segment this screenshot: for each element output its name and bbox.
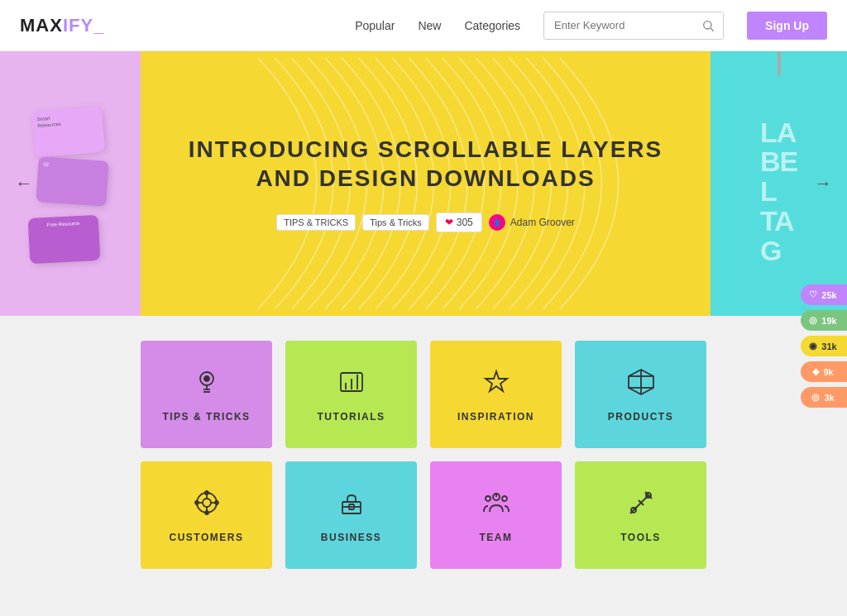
- main-nav: Popular New Categories Sign Up: [355, 12, 827, 40]
- heart-icon: ❤: [445, 217, 453, 228]
- team-label: TEAM: [480, 532, 513, 543]
- svg-point-30: [486, 496, 490, 501]
- svg-point-0: [704, 21, 711, 28]
- categories-section: TIPS & TRICKS TUTORIALS INSPIRATION: [0, 316, 847, 594]
- categories-grid: TIPS & TRICKS TUTORIALS INSPIRATION: [141, 341, 706, 569]
- hero-slide-left: SmartResources 02 Free Resource ←: [0, 51, 141, 316]
- hero-tags: TIPS & TRICKS Tips & Tricks ❤ 305 👤 Adam…: [189, 212, 663, 232]
- business-label: BUSINESS: [321, 532, 381, 543]
- customers-icon: [191, 487, 223, 523]
- bookmark-stat-icon: ◎: [811, 392, 820, 403]
- category-inspiration[interactable]: INSPIRATION: [430, 341, 562, 448]
- stat-share[interactable]: ◉ 31k: [801, 336, 847, 356]
- comment-stat-count: 9k: [823, 367, 833, 377]
- tag-products[interactable]: TIPS & TRICKS: [276, 214, 356, 231]
- inspiration-icon: [481, 366, 512, 403]
- category-tips-tricks[interactable]: TIPS & TRICKS: [141, 341, 272, 448]
- team-icon: [481, 487, 512, 523]
- business-icon: [336, 487, 367, 523]
- nav-new[interactable]: New: [418, 19, 441, 32]
- category-customers[interactable]: CUSTOMERS: [141, 461, 272, 569]
- stat-bookmark[interactable]: ◎ 3k: [801, 387, 847, 408]
- nav-popular[interactable]: Popular: [355, 19, 395, 32]
- category-tutorials[interactable]: TUTORIALS: [285, 341, 417, 448]
- stat-comment[interactable]: ◈ 9k: [801, 361, 847, 382]
- tutorials-label: TUTORIALS: [318, 411, 385, 423]
- products-label: PRODUCTS: [608, 411, 673, 423]
- bookmark-stat-count: 3k: [824, 393, 834, 403]
- category-business[interactable]: BUSINESS: [285, 461, 417, 569]
- comment-stat-icon: ◈: [812, 366, 819, 377]
- hero-center: INTRODUCING SCROLLABLE LAYERS AND DESIGN…: [141, 51, 711, 316]
- tips-tricks-label: TIPS & TRICKS: [162, 411, 250, 423]
- products-icon: [625, 366, 657, 403]
- hero-slide-right: LABELTAG →: [711, 51, 847, 316]
- svg-point-17: [203, 499, 211, 507]
- svg-point-31: [502, 496, 507, 501]
- signup-button[interactable]: Sign Up: [747, 12, 827, 40]
- tutorials-icon: [336, 366, 367, 403]
- author-avatar: 👤: [489, 214, 505, 231]
- hero-slider: SmartResources 02 Free Resource ←: [0, 51, 847, 316]
- header: MAXIFY_ Popular New Categories Sign Up: [0, 0, 847, 51]
- sidebar-stats: ♡ 25k ◎ 19k ◉ 31k ◈ 9k ◎ 3k: [801, 284, 847, 410]
- tag-tips[interactable]: Tips & Tricks: [362, 214, 429, 231]
- author-info: 👤 Adam Groover: [489, 214, 575, 231]
- tag-likes: ❤ 305: [436, 212, 482, 232]
- inspiration-label: INSPIRATION: [457, 411, 534, 423]
- svg-rect-26: [342, 502, 361, 513]
- tools-label: TOOLS: [620, 532, 661, 543]
- eye-stat-icon: ◎: [809, 315, 817, 326]
- category-products[interactable]: PRODUCTS: [575, 341, 706, 448]
- customers-label: CUSTOMERS: [170, 532, 244, 543]
- svg-marker-11: [486, 371, 507, 391]
- tools-icon: [625, 487, 657, 523]
- search-bar: [543, 12, 724, 40]
- prev-arrow[interactable]: ←: [15, 173, 33, 194]
- svg-point-6: [204, 376, 209, 381]
- share-stat-count: 31k: [821, 341, 836, 351]
- svg-line-1: [711, 28, 714, 31]
- hero-title: INTRODUCING SCROLLABLE LAYERS AND DESIGN…: [189, 135, 663, 193]
- stat-heart[interactable]: ♡ 25k: [801, 284, 847, 305]
- nav-categories[interactable]: Categories: [464, 19, 520, 32]
- stat-eye[interactable]: ◎ 19k: [801, 310, 847, 331]
- share-stat-icon: ◉: [809, 341, 817, 351]
- search-input[interactable]: [544, 19, 693, 31]
- search-icon: [701, 19, 715, 32]
- next-arrow[interactable]: →: [814, 173, 832, 194]
- heart-stat-count: 25k: [821, 290, 836, 300]
- logo: MAXIFY_: [20, 15, 104, 36]
- category-team[interactable]: TEAM: [430, 461, 562, 569]
- eye-stat-count: 19k: [821, 316, 836, 326]
- category-tools[interactable]: TOOLS: [575, 461, 706, 569]
- search-button[interactable]: [693, 12, 723, 40]
- hero-text-content: INTRODUCING SCROLLABLE LAYERS AND DESIGN…: [189, 135, 663, 232]
- tips-tricks-icon: [191, 366, 223, 403]
- heart-stat-icon: ♡: [809, 289, 817, 300]
